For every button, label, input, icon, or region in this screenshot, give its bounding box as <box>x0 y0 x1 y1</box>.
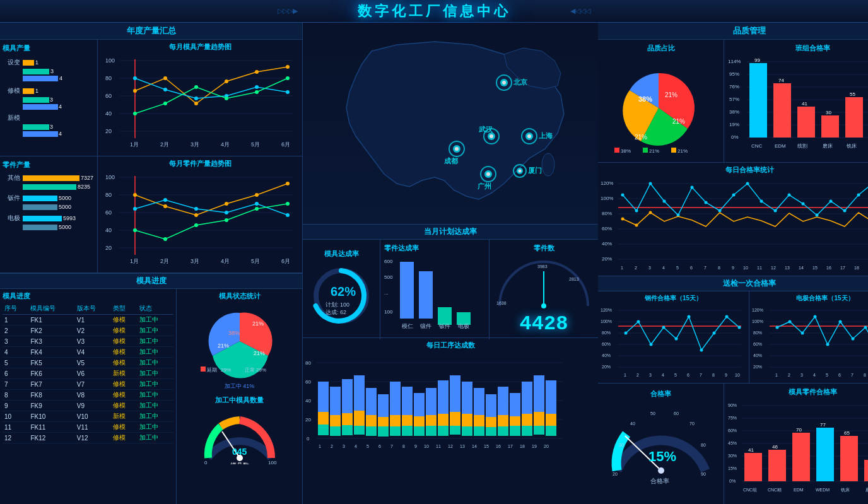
mold-rate-panel: 模具达成率 62% 计划: 100 达成: 62 <box>303 240 380 339</box>
svg-text:EDM: EDM <box>794 488 804 492</box>
svg-text:11: 11 <box>757 266 762 270</box>
svg-text:4: 4 <box>662 266 665 270</box>
part-rate-panel: 零件达成率 600 500 ... 100 <box>380 240 490 339</box>
svg-text:20: 20 <box>613 472 618 476</box>
shift-rate-panel: 班组合格率 114% 95% 76% 57% 38% 19% 0% <box>724 40 868 163</box>
svg-point-295 <box>857 194 860 197</box>
svg-rect-167 <box>414 393 425 419</box>
svg-point-341 <box>713 332 716 335</box>
svg-rect-151 <box>342 425 353 435</box>
right-panel: 品质管理 品质占比 <box>598 23 868 504</box>
svg-text:15: 15 <box>812 266 818 270</box>
svg-text:20: 20 <box>105 245 112 251</box>
svg-text:40%: 40% <box>602 241 612 247</box>
processing-gauge: 0 100 模具数 045 <box>196 407 284 464</box>
svg-text:1月: 1月 <box>130 141 139 148</box>
svg-rect-75 <box>201 366 206 372</box>
svg-text:60: 60 <box>105 209 112 216</box>
svg-point-102 <box>455 147 459 151</box>
mold-trend-chart: 100 80 60 40 20 <box>100 53 296 151</box>
svg-point-26 <box>225 97 228 100</box>
svg-rect-182 <box>474 388 484 419</box>
part-quantity-section: 零件产量 其他 7327 <box>0 156 98 273</box>
svg-rect-196 <box>522 426 532 436</box>
table-row: 2FK2V2修模加工中 <box>3 325 173 336</box>
svg-text:厦门: 厦门 <box>527 167 542 174</box>
svg-text:21%: 21% <box>677 148 688 154</box>
svg-point-370 <box>814 315 817 319</box>
pass-rate-gauge-panel: 合格率 20 30 40 50 60 70 80 <box>598 384 724 504</box>
svg-point-52 <box>133 207 137 211</box>
svg-point-28 <box>286 76 290 80</box>
svg-text:9: 9 <box>732 266 734 270</box>
svg-point-337 <box>662 326 666 329</box>
part-count-panel: 零件数 1638 2813 3983 4428 <box>490 240 598 339</box>
daily-wip-chart: 80 60 40 20 0 <box>305 352 564 475</box>
svg-text:10: 10 <box>735 373 740 377</box>
svg-rect-255 <box>845 97 863 138</box>
svg-point-13 <box>194 102 198 105</box>
svg-point-54 <box>194 207 198 211</box>
mold-part-rate-panel: 模具零件合格率 90% 75% 60% 45% 30% 15% 0% <box>724 384 868 504</box>
svg-text:3: 3 <box>649 373 652 377</box>
svg-rect-146 <box>330 387 341 419</box>
svg-point-287 <box>746 182 749 185</box>
svg-point-24 <box>163 102 167 105</box>
svg-text:55: 55 <box>850 91 855 97</box>
svg-point-371 <box>826 343 830 346</box>
svg-point-110 <box>519 169 522 172</box>
svg-text:延期: 延期 <box>206 367 217 373</box>
monthly-part-trend: 每月零件产量趋势图 100 80 60 40 20 <box>98 156 302 273</box>
svg-point-61 <box>225 218 228 222</box>
svg-rect-421 <box>840 436 858 481</box>
svg-rect-145 <box>318 425 329 435</box>
table-row: 1FK1V1修模加工中 <box>3 315 173 325</box>
china-map-svg: 北京 上海 武汉 成都 <box>321 26 580 221</box>
svg-text:电极: 电极 <box>458 323 469 329</box>
svg-point-63 <box>286 202 290 206</box>
svg-text:100: 100 <box>268 460 277 464</box>
svg-text:8: 8 <box>712 373 715 377</box>
svg-point-285 <box>718 209 722 213</box>
first-pass-section: 送检一次合格率 钢件合格率（15天） 120% 100% 80% 60% 40%… <box>598 276 868 384</box>
svg-text:CNC: CNC <box>751 143 763 149</box>
svg-text:60%: 60% <box>602 226 612 231</box>
svg-point-293 <box>830 200 833 203</box>
svg-text:北京: 北京 <box>513 78 528 86</box>
svg-text:2: 2 <box>331 444 333 448</box>
svg-text:4: 4 <box>813 373 816 377</box>
svg-text:21%: 21% <box>252 320 264 327</box>
svg-text:铣床: 铣床 <box>846 143 857 149</box>
svg-text:100: 100 <box>384 309 393 315</box>
svg-point-338 <box>675 337 678 341</box>
svg-text:4月: 4月 <box>221 141 230 148</box>
svg-text:80: 80 <box>701 443 706 447</box>
svg-text:2: 2 <box>635 266 637 270</box>
svg-point-343 <box>738 326 741 329</box>
svg-rect-120 <box>400 262 414 319</box>
svg-point-12 <box>163 76 167 80</box>
svg-text:广州: 广州 <box>477 182 491 190</box>
svg-text:3: 3 <box>343 444 345 448</box>
svg-point-340 <box>700 349 703 352</box>
svg-text:2月: 2月 <box>160 258 169 264</box>
svg-point-56 <box>255 202 259 206</box>
svg-text:45%: 45% <box>728 441 737 445</box>
svg-rect-202 <box>546 426 556 436</box>
svg-point-291 <box>802 202 805 206</box>
svg-text:120%: 120% <box>752 308 763 312</box>
svg-text:2813: 2813 <box>569 277 579 281</box>
svg-text:1: 1 <box>775 373 778 377</box>
svg-rect-417 <box>792 433 810 481</box>
svg-text:30: 30 <box>619 443 624 447</box>
svg-text:19: 19 <box>532 444 537 448</box>
svg-text:100%: 100% <box>752 319 763 324</box>
table-row: 12FK12V12修模加工中 <box>3 433 173 443</box>
svg-text:30%: 30% <box>728 454 737 458</box>
svg-text:CNC精: CNC精 <box>768 488 782 492</box>
svg-text:0: 0 <box>204 460 208 464</box>
svg-text:...: ... <box>384 290 389 296</box>
svg-text:100%: 100% <box>601 319 612 324</box>
svg-text:77: 77 <box>820 422 826 428</box>
svg-point-373 <box>852 337 855 341</box>
